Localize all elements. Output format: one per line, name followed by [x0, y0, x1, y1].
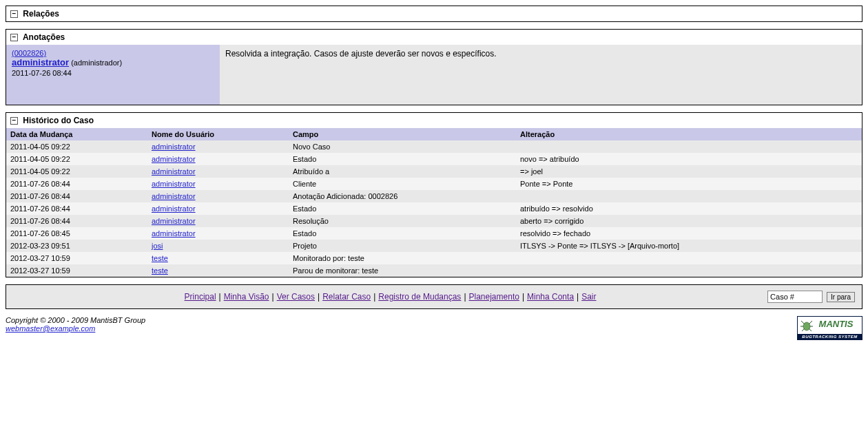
- mantis-logo[interactable]: MANTIS BUGTRACKING SYSTEM: [797, 316, 862, 340]
- svg-line-6: [809, 328, 812, 331]
- history-user: administrator: [152, 180, 293, 188]
- history-change: [520, 192, 858, 200]
- history-change: atribuído => resolvido: [520, 204, 858, 213]
- footer-links: Principal|Minha Visão|Ver Casos|Relatar …: [13, 292, 767, 302]
- note-user-role: (administrador): [71, 59, 122, 67]
- history-change: ITLSYS -> Ponte => ITLSYS -> [Arquivo-mo…: [520, 242, 858, 250]
- note-text: Resolvida a integração. Casos de ajuste …: [220, 45, 862, 105]
- nav-link[interactable]: Minha Conta: [527, 292, 574, 302]
- history-field: Cliente: [293, 180, 520, 188]
- history-title: Histórico do Caso: [23, 116, 94, 125]
- history-user: teste: [152, 266, 293, 275]
- footer-bar: Principal|Minha Visão|Ver Casos|Relatar …: [6, 284, 862, 309]
- history-field: Estado: [293, 204, 520, 213]
- history-change: aberto => corrigido: [520, 217, 858, 225]
- history-field: Novo Caso: [293, 143, 520, 151]
- history-date: 2011-04-05 09:22: [10, 167, 152, 176]
- notes-title: Anotações: [23, 32, 65, 42]
- history-date: 2011-07-26 08:44: [10, 204, 152, 213]
- logo-subtext: BUGTRACKING SYSTEM: [798, 334, 862, 339]
- nav-link[interactable]: Ver Casos: [277, 292, 315, 302]
- user-link[interactable]: teste: [152, 266, 168, 275]
- history-date: 2011-07-26 08:44: [10, 192, 152, 200]
- nav-link[interactable]: Registro de Mudanças: [378, 292, 461, 302]
- history-row: 2011-04-05 09:22administratorEstadonovo …: [6, 153, 862, 165]
- go-button[interactable]: Ir para: [827, 292, 855, 302]
- history-date: 2011-04-05 09:22: [10, 143, 152, 151]
- history-field: Anotação Adicionada: 0002826: [293, 192, 520, 200]
- separator: |: [373, 292, 375, 302]
- user-link[interactable]: josi: [152, 242, 163, 250]
- footer-search: Ir para: [767, 291, 855, 303]
- history-row: 2012-03-23 09:51josiProjetoITLSYS -> Pon…: [6, 240, 862, 252]
- separator: |: [272, 292, 274, 302]
- history-change: => joel: [520, 167, 858, 176]
- collapse-icon[interactable]: −: [10, 117, 18, 125]
- webmaster-link[interactable]: webmaster@example.com: [6, 324, 95, 333]
- copyright-line: Copyright © 2000 - 2009 MantisBT Group w…: [6, 316, 862, 340]
- history-date: 2011-04-05 09:22: [10, 155, 152, 163]
- history-user: administrator: [152, 204, 293, 213]
- user-link[interactable]: administrator: [152, 143, 196, 151]
- history-field: Atribuído a: [293, 167, 520, 176]
- history-date: 2012-03-27 10:59: [10, 254, 152, 262]
- col-date-header: Data da Mudança: [10, 130, 152, 138]
- separator: |: [522, 292, 524, 302]
- history-user: administrator: [152, 167, 293, 176]
- user-link[interactable]: administrator: [152, 155, 196, 163]
- col-field-header: Campo: [293, 130, 520, 138]
- history-field: Projeto: [293, 242, 520, 250]
- user-link[interactable]: administrator: [152, 217, 196, 225]
- case-search-input[interactable]: [767, 291, 823, 303]
- history-date: 2012-03-23 09:51: [10, 242, 152, 250]
- history-date: 2011-07-26 08:44: [10, 217, 152, 225]
- user-link[interactable]: administrator: [152, 180, 196, 188]
- nav-link[interactable]: Planejamento: [469, 292, 519, 302]
- history-user: josi: [152, 242, 293, 250]
- history-change: [520, 143, 858, 151]
- history-user: teste: [152, 254, 293, 262]
- collapse-icon[interactable]: −: [10, 10, 18, 18]
- history-row: 2012-03-27 10:59testeParou de monitorar:…: [6, 264, 862, 277]
- history-date: 2011-07-26 08:44: [10, 180, 152, 188]
- note-date: 2011-07-26 08:44: [12, 69, 214, 77]
- user-link[interactable]: administrator: [152, 167, 196, 176]
- col-user-header: Nome do Usuário: [152, 130, 293, 138]
- history-user: administrator: [152, 143, 293, 151]
- user-link[interactable]: administrator: [152, 229, 196, 238]
- history-row: 2011-07-26 08:44administratorEstadoatrib…: [6, 202, 862, 215]
- mantis-bug-icon: [799, 318, 814, 332]
- user-link[interactable]: teste: [152, 254, 168, 262]
- nav-link[interactable]: Minha Visão: [224, 292, 269, 302]
- user-link[interactable]: administrator: [152, 192, 196, 200]
- copyright-text: Copyright © 2000 - 2009 MantisBT Group: [6, 316, 145, 324]
- relations-title: Relações: [23, 9, 59, 19]
- history-field: Monitorado por: teste: [293, 254, 520, 262]
- notes-panel: − Anotações (0002826) administrator (adm…: [6, 29, 862, 105]
- separator: |: [318, 292, 320, 302]
- history-change: novo => atribuído: [520, 155, 858, 163]
- svg-line-2: [809, 321, 812, 324]
- history-row: 2011-04-05 09:22administratorNovo Caso: [6, 140, 862, 153]
- history-user: administrator: [152, 155, 293, 163]
- history-change: [520, 266, 858, 275]
- note-id-link[interactable]: (0002826): [12, 49, 46, 57]
- relations-panel: − Relações: [6, 6, 862, 22]
- note-user-link[interactable]: administrator: [12, 57, 69, 67]
- user-link[interactable]: administrator: [152, 204, 196, 213]
- history-change: Ponte => Ponte: [520, 180, 858, 188]
- nav-link[interactable]: Sair: [581, 292, 596, 302]
- history-user: administrator: [152, 229, 293, 238]
- collapse-icon[interactable]: −: [10, 34, 18, 41]
- notes-header: − Anotações: [6, 30, 862, 45]
- history-row: 2011-07-26 08:44administratorAnotação Ad…: [6, 190, 862, 202]
- history-columns: Data da Mudança Nome do Usuário Campo Al…: [6, 128, 862, 140]
- nav-link[interactable]: Relatar Caso: [322, 292, 371, 302]
- relations-header: − Relações: [6, 6, 862, 21]
- note-meta: (0002826) administrator (administrador) …: [6, 45, 220, 105]
- history-row: 2011-07-26 08:44administratorClientePont…: [6, 178, 862, 190]
- svg-line-1: [801, 321, 805, 324]
- history-row: 2012-03-27 10:59testeMonitorado por: tes…: [6, 252, 862, 264]
- nav-link[interactable]: Principal: [185, 292, 216, 302]
- col-change-header: Alteração: [520, 130, 858, 138]
